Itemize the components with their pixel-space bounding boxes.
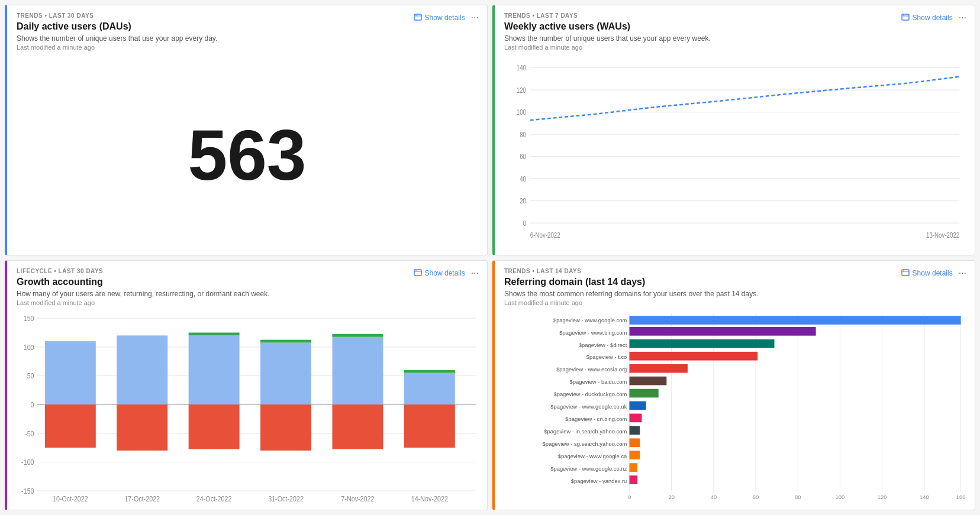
dau-more-button[interactable]: ··· <box>470 12 480 23</box>
dau-panel: TRENDS • LAST 30 DAYS Daily active users… <box>5 5 488 255</box>
hbar-7 <box>630 388 659 397</box>
hbar-8 <box>630 401 646 410</box>
svg-text:0: 0 <box>523 219 526 227</box>
svg-text:120: 120 <box>878 494 887 500</box>
svg-text:$pageview - www.google.co.uk: $pageview - www.google.co.uk <box>550 403 627 410</box>
hbar-10 <box>630 426 640 435</box>
wau-title: Weekly active users (WAUs) <box>504 21 965 32</box>
wau-desc: Shows the number of unique users that us… <box>504 34 965 43</box>
bar-3-negative <box>189 404 240 449</box>
svg-text:-50: -50 <box>25 430 34 438</box>
details-icon <box>901 269 910 277</box>
svg-text:$pageview - baidu.com: $pageview - baidu.com <box>570 378 627 385</box>
svg-text:6-Nov-2022: 6-Nov-2022 <box>530 231 560 239</box>
svg-text:$pageview - www.google.ca: $pageview - www.google.ca <box>558 452 627 459</box>
svg-text:$pageview - yandex.ru: $pageview - yandex.ru <box>571 477 627 484</box>
referring-title: Referring domain (last 14 days) <box>504 277 965 287</box>
dau-trend-label: TRENDS • LAST 30 DAYS <box>17 12 478 19</box>
growth-show-details-button[interactable]: Show details <box>414 269 465 277</box>
svg-text:$pageview - cn.bing.com: $pageview - cn.bing.com <box>565 416 627 422</box>
bar-3-new <box>189 332 240 335</box>
bar-4-positive <box>260 342 311 404</box>
svg-text:60: 60 <box>753 494 759 500</box>
wau-line-chart: 140 120 100 80 60 40 20 0 6-Nov-2022 13-… <box>504 60 965 245</box>
dau-desc: Shows the number of unique users that us… <box>17 34 478 43</box>
wau-show-details-button[interactable]: Show details <box>901 14 953 22</box>
dau-show-details-button[interactable]: Show details <box>414 14 465 22</box>
svg-text:40: 40 <box>711 494 717 500</box>
bar-3-positive <box>189 335 240 404</box>
svg-text:-150: -150 <box>21 487 34 495</box>
hbar-2 <box>630 327 816 336</box>
bar-5-positive <box>332 336 383 404</box>
growth-actions: Show details ··· <box>414 268 480 278</box>
svg-text:14-Nov-2022: 14-Nov-2022 <box>411 495 448 503</box>
growth-title: Growth accounting <box>17 277 478 287</box>
svg-text:80: 80 <box>795 494 801 500</box>
hbar-14 <box>630 475 638 484</box>
dau-modified: Last modified a minute ago <box>17 44 478 51</box>
svg-text:0: 0 <box>31 401 34 409</box>
growth-more-button[interactable]: ··· <box>470 268 480 278</box>
details-icon <box>414 14 422 22</box>
referring-actions: Show details ··· <box>901 268 968 278</box>
referring-desc: Shows the most common referring domains … <box>504 290 965 298</box>
referring-modified: Last modified a minute ago <box>504 299 965 306</box>
details-icon <box>901 14 910 22</box>
svg-text:$pageview - duckduckgo.com: $pageview - duckduckgo.com <box>553 391 627 397</box>
svg-text:20: 20 <box>520 197 526 205</box>
bar-1-positive <box>45 341 96 404</box>
hbar-11 <box>630 438 640 447</box>
svg-rect-47 <box>902 270 909 276</box>
wau-panel: TRENDS • LAST 7 DAYS Weekly active users… <box>492 5 975 255</box>
svg-text:$pageview - www.google.co.nz: $pageview - www.google.co.nz <box>550 465 627 471</box>
svg-text:60: 60 <box>520 153 526 160</box>
svg-rect-24 <box>414 270 421 276</box>
wau-trend-label: TRENDS • LAST 7 DAYS <box>504 12 965 19</box>
hbar-12 <box>630 451 640 459</box>
referring-panel: TRENDS • LAST 14 DAYS Referring domain (… <box>492 260 975 511</box>
hbar-5 <box>630 364 688 373</box>
svg-text:-100: -100 <box>21 458 34 466</box>
dau-value-container: 563 <box>7 56 487 255</box>
bar-6-negative <box>404 404 455 448</box>
svg-text:50: 50 <box>27 372 34 380</box>
dau-value: 563 <box>188 119 306 190</box>
wau-modified: Last modified a minute ago <box>504 44 965 51</box>
referring-more-button[interactable]: ··· <box>958 268 968 278</box>
referring-show-details-button[interactable]: Show details <box>901 269 953 277</box>
details-icon <box>414 269 422 277</box>
dau-header: TRENDS • LAST 30 DAYS Daily active users… <box>7 5 487 56</box>
referring-trend-label: TRENDS • LAST 14 DAYS <box>504 268 965 274</box>
growth-modified: Last modified a minute ago <box>17 299 478 306</box>
dau-title: Daily active users (DAUs) <box>17 21 478 32</box>
svg-text:140: 140 <box>517 64 526 72</box>
wau-more-button[interactable]: ··· <box>958 12 968 23</box>
svg-text:$pageview - www.ecosia.org: $pageview - www.ecosia.org <box>556 366 627 373</box>
svg-text:10-Oct-2022: 10-Oct-2022 <box>53 495 88 503</box>
svg-text:24-Oct-2022: 24-Oct-2022 <box>196 495 232 503</box>
svg-text:100: 100 <box>517 108 526 116</box>
bar-6-new <box>404 370 455 373</box>
growth-header: LIFECYCLE • LAST 30 DAYS Growth accounti… <box>7 261 487 311</box>
dau-actions: Show details ··· <box>414 12 480 23</box>
svg-text:140: 140 <box>920 494 929 500</box>
hbar-6 <box>630 376 667 385</box>
bar-2-negative <box>117 404 167 451</box>
svg-text:$pageview - www.bing.com: $pageview - www.bing.com <box>559 329 627 335</box>
svg-text:120: 120 <box>517 86 526 94</box>
bar-1-negative <box>45 404 96 448</box>
svg-text:$pageview - sg.search.yahoo.co: $pageview - sg.search.yahoo.com <box>543 440 627 447</box>
svg-text:150: 150 <box>24 315 34 322</box>
bar-2-positive <box>117 335 167 404</box>
bar-5-new <box>332 333 383 336</box>
svg-text:80: 80 <box>520 131 526 138</box>
hbar-4 <box>630 351 758 360</box>
svg-text:17-Oct-2022: 17-Oct-2022 <box>124 495 160 503</box>
svg-rect-0 <box>414 14 421 20</box>
svg-text:31-Oct-2022: 31-Oct-2022 <box>268 495 304 503</box>
svg-text:40: 40 <box>520 175 526 183</box>
wau-chart-container: 140 120 100 80 60 40 20 0 6-Nov-2022 13-… <box>495 56 975 255</box>
svg-text:7-Nov-2022: 7-Nov-2022 <box>341 495 374 503</box>
hbar-9 <box>630 413 642 422</box>
